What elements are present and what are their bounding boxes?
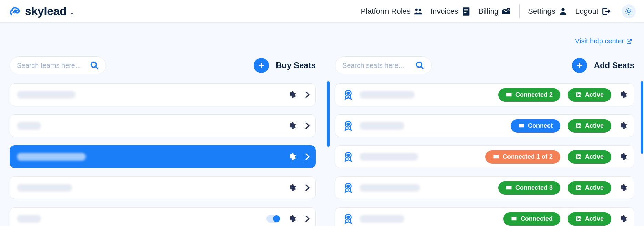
status-pill[interactable]: Active xyxy=(568,212,611,226)
envelope-icon xyxy=(506,92,512,98)
seat-row[interactable]: Connected 3Active xyxy=(335,176,634,199)
theme-toggle[interactable] xyxy=(622,4,636,18)
plus-icon xyxy=(575,61,584,70)
team-name-blurred xyxy=(17,184,72,192)
svg-point-9 xyxy=(627,10,630,13)
connect-pill[interactable]: Connected xyxy=(503,212,560,226)
status-pill[interactable]: Active xyxy=(568,181,611,195)
gear-icon[interactable] xyxy=(288,184,296,192)
nav-platform-roles[interactable]: Platform Roles xyxy=(360,4,424,18)
pill-label: Connected xyxy=(521,215,553,223)
svg-point-16 xyxy=(577,93,578,94)
team-row[interactable] xyxy=(10,83,316,106)
gear-icon[interactable] xyxy=(619,122,627,130)
svg-point-1 xyxy=(419,8,421,11)
status-pill[interactable]: Active xyxy=(568,150,611,164)
chevron-right-icon[interactable] xyxy=(303,122,310,129)
status-pill[interactable]: Active xyxy=(568,119,611,133)
seat-row[interactable]: Connected 2Active xyxy=(335,83,634,106)
svg-point-13 xyxy=(347,92,349,94)
award-icon xyxy=(342,89,354,101)
nav-invoices[interactable]: Invoices xyxy=(429,4,472,18)
search-seats-input[interactable] xyxy=(342,62,411,70)
team-toggle[interactable] xyxy=(266,215,280,223)
connect-pill[interactable]: Connected 2 xyxy=(498,88,560,102)
connect-pill[interactable]: Connected 1 of 2 xyxy=(485,150,560,164)
logout-icon xyxy=(601,7,611,16)
svg-rect-25 xyxy=(577,156,578,158)
add-seats-button[interactable] xyxy=(572,58,587,73)
nav-billing[interactable]: Billing $ xyxy=(477,4,513,18)
seat-name-blurred xyxy=(360,91,415,99)
search-icon xyxy=(415,61,424,70)
svg-point-23 xyxy=(347,154,349,156)
brand-dot xyxy=(71,13,73,14)
chevron-right-icon[interactable] xyxy=(303,215,310,222)
svg-point-8 xyxy=(561,8,564,11)
status-pill[interactable]: Active xyxy=(568,88,611,102)
nav-label: Invoices xyxy=(431,7,459,16)
svg-rect-4 xyxy=(464,10,468,11)
pill-label: Active xyxy=(585,153,604,161)
gear-icon[interactable] xyxy=(619,215,627,223)
top-nav: skylead Platform Roles Invoices Billing … xyxy=(0,0,644,23)
seat-name-blurred xyxy=(360,153,418,161)
award-icon xyxy=(342,213,354,225)
team-row[interactable] xyxy=(10,207,316,226)
nav-label: Platform Roles xyxy=(361,7,411,16)
pill-label: Active xyxy=(585,122,604,130)
svg-rect-2 xyxy=(463,7,469,15)
search-teams[interactable] xyxy=(10,56,106,74)
nav-items: Platform Roles Invoices Billing $ Settin… xyxy=(360,4,636,18)
gear-icon[interactable] xyxy=(288,91,296,99)
search-teams-input[interactable] xyxy=(17,62,86,70)
connect-pill[interactable]: Connect xyxy=(511,119,560,133)
gear-icon[interactable] xyxy=(619,153,627,161)
team-name-blurred xyxy=(17,122,41,130)
brand-name: skylead xyxy=(25,4,67,18)
gear-icon[interactable] xyxy=(619,91,627,99)
envelope-icon xyxy=(511,216,517,222)
sun-icon xyxy=(625,7,633,16)
gear-icon[interactable] xyxy=(288,215,296,223)
linkedin-icon xyxy=(575,185,582,191)
seats-toolbar: Add Seats xyxy=(335,56,634,75)
team-row-selected[interactable] xyxy=(10,145,316,168)
seat-row[interactable]: ConnectActive xyxy=(335,114,634,137)
svg-point-26 xyxy=(577,155,578,156)
scroll-indicator-right xyxy=(641,81,643,154)
linkedin-icon xyxy=(575,216,582,222)
team-row[interactable] xyxy=(10,114,316,137)
svg-text:$: $ xyxy=(508,8,509,11)
seat-row[interactable]: ConnectedActive xyxy=(335,207,634,226)
nav-logout[interactable]: Logout xyxy=(574,4,612,18)
gear-icon[interactable] xyxy=(619,184,627,192)
gear-icon[interactable] xyxy=(288,153,296,161)
teams-column: Buy Seats xyxy=(0,23,325,226)
envelope-icon xyxy=(493,154,499,160)
envelope-icon xyxy=(506,185,512,191)
logo-icon xyxy=(8,5,21,18)
buy-seats-button[interactable] xyxy=(254,58,269,73)
chevron-right-icon[interactable] xyxy=(303,184,310,191)
nav-settings[interactable]: Settings xyxy=(526,4,569,18)
gear-icon[interactable] xyxy=(288,122,296,130)
team-name-blurred xyxy=(17,153,86,161)
pill-label: Connect xyxy=(528,122,553,130)
chevron-right-icon[interactable] xyxy=(303,91,310,98)
seat-name-blurred xyxy=(360,184,420,192)
svg-point-0 xyxy=(415,8,418,11)
seat-row[interactable]: Connected 1 of 2Active xyxy=(335,145,634,168)
pill-label: Active xyxy=(585,215,604,223)
search-seats[interactable] xyxy=(335,56,432,74)
pill-label: Connected 3 xyxy=(515,184,553,192)
linkedin-icon xyxy=(575,154,582,160)
buy-seats-label: Buy Seats xyxy=(276,61,316,70)
nav-label: Settings xyxy=(528,7,555,16)
team-row[interactable] xyxy=(10,176,316,199)
svg-rect-5 xyxy=(464,12,466,13)
award-icon xyxy=(342,151,354,163)
chevron-right-icon[interactable] xyxy=(303,153,310,160)
brand-logo[interactable]: skylead xyxy=(8,4,73,18)
connect-pill[interactable]: Connected 3 xyxy=(498,181,560,195)
